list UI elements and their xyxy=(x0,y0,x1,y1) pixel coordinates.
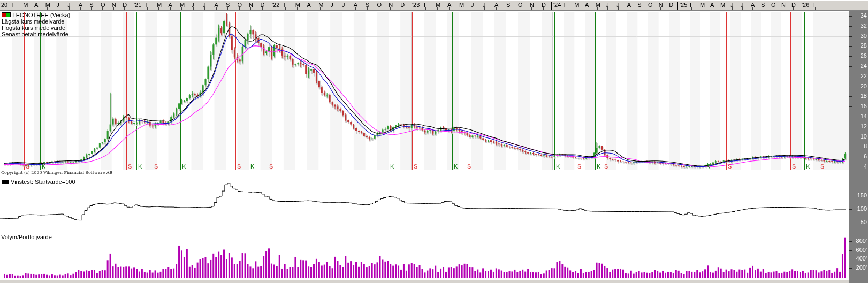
legend-item-highest-ma: Högsta kurs medelvärde xyxy=(2,25,70,31)
time-axis-month-label: M xyxy=(459,2,464,8)
price-tick-label: 34 xyxy=(853,12,867,19)
time-axis-month-label: A xyxy=(494,2,498,8)
time-axis-month-label: A xyxy=(751,2,755,8)
vinstest-tick-label: 50 xyxy=(853,219,867,225)
time-axis-month-label: N xyxy=(112,2,116,8)
time-axis-month-label: M xyxy=(720,2,725,8)
time-axis-month-label: M xyxy=(157,2,162,8)
price-tick-label: 8 xyxy=(853,143,867,149)
time-axis-month-label: M xyxy=(180,2,185,8)
buy-signal-letter: K xyxy=(597,163,600,170)
time-axis-month-label: M xyxy=(436,2,440,8)
volume-tick-label: 400' xyxy=(853,255,867,262)
sell-signal-letter: S xyxy=(414,163,417,170)
time-axis-month-label: F xyxy=(424,2,428,8)
price-tick-label: 12 xyxy=(853,123,867,129)
time-axis-month-label: F xyxy=(146,2,149,8)
time-axis-month-label: D xyxy=(261,2,265,8)
buy-signal-letter: K xyxy=(706,163,710,170)
time-axis-month-label: N xyxy=(389,2,393,8)
sell-signal-letter: S xyxy=(26,163,29,170)
time-axis-month-label: F xyxy=(690,2,694,8)
time-axis-year-label: '23 xyxy=(412,2,420,8)
sell-signal-letter: S xyxy=(269,163,273,170)
price-tick-label: 20 xyxy=(853,83,867,89)
instrument-title: TECNOTREE (Vecka) xyxy=(12,12,70,18)
time-axis-month-label: D xyxy=(400,2,405,8)
time-axis-month-label: M xyxy=(700,2,705,8)
buy-signal-letter: K xyxy=(182,163,186,170)
price-tick-label: 6 xyxy=(853,153,867,159)
time-axis-month-label: O xyxy=(518,2,523,8)
price-tick-label: 4 xyxy=(853,163,867,170)
time-axis-month-label: A xyxy=(169,2,172,8)
time-axis-month-label: M xyxy=(295,2,300,8)
time-axis-year-label: '24 xyxy=(553,2,561,8)
time-axis-year-label: '26 xyxy=(802,2,809,8)
legend-title-row: TECNOTREE (Vecka) xyxy=(2,12,70,18)
sell-signal-letter: S xyxy=(820,163,824,170)
volume-tick-label: 600' xyxy=(853,247,867,253)
time-axis-month-label: A xyxy=(34,2,38,8)
buy-signal-letter: K xyxy=(806,163,810,170)
candle-colors-icon xyxy=(2,12,11,18)
time-axis-month-label: J xyxy=(342,2,345,8)
time-axis-year-label: '22 xyxy=(272,2,279,8)
time-axis-month-label: J xyxy=(606,2,609,8)
time-axis-month-label: D xyxy=(669,2,673,8)
sell-signal-letter: S xyxy=(237,163,241,170)
vinstest-label-text: Vinstest: Startvärde=100 xyxy=(11,179,75,185)
volume-panel-label: Volym/Portföljvärde xyxy=(1,234,52,240)
vinstest-tick-label: 100 xyxy=(853,205,867,212)
time-axis-month-label: N xyxy=(530,2,534,8)
time-axis-month-label: A xyxy=(710,2,714,8)
buy-signal-letter: K xyxy=(42,163,45,170)
time-axis-month-label: O xyxy=(648,2,653,8)
sell-signal-letter: S xyxy=(728,163,732,170)
price-tick-label: 28 xyxy=(853,42,867,49)
time-axis-month-label: O xyxy=(101,2,105,8)
price-tick-label: 24 xyxy=(853,63,867,69)
sell-signal-letter: S xyxy=(577,163,581,170)
vinstest-tick-label: 150 xyxy=(853,192,867,198)
time-axis-month-label: S xyxy=(506,2,510,8)
time-axis-month-label: O xyxy=(238,2,242,8)
time-axis-month-label: J xyxy=(56,2,59,8)
sell-signal-letter: S xyxy=(154,163,158,170)
legend-item-last-ma: Senast betalt medelvärde xyxy=(2,31,70,37)
chart-canvas[interactable] xyxy=(0,0,868,283)
time-axis-month-label: N xyxy=(781,2,786,8)
volume-tick-label: 200' xyxy=(853,264,867,271)
time-axis-month-label: J xyxy=(616,2,620,8)
time-axis-month-label: J xyxy=(192,2,195,8)
time-axis-month-label: F xyxy=(12,2,16,8)
price-tick-label: 14 xyxy=(853,113,867,119)
time-axis-month-label: J xyxy=(330,2,333,8)
time-axis-month-label: D xyxy=(123,2,127,8)
time-axis-month-label: J xyxy=(67,2,71,8)
time-axis-month-label: J xyxy=(730,2,734,8)
vikingen-chart-window: 20FMAMJJASOND'21FMAMJJASOND'22FMAMJJASON… xyxy=(0,0,868,283)
copyright-text: Copyright (c) 2023 Vikingen Financial So… xyxy=(1,170,112,175)
time-axis-year-label: '21 xyxy=(134,2,141,8)
vinstest-panel-label: Vinstest: Startvärde=100 xyxy=(2,179,75,185)
legend-item-lowest-ma: Lägsta kurs medelvärde xyxy=(2,18,70,25)
volume-tick-label: 800' xyxy=(853,238,867,244)
vinstest-series-icon xyxy=(2,180,9,184)
time-axis-month-label: M xyxy=(318,2,323,8)
buy-signal-letter: K xyxy=(138,163,142,170)
time-axis-month-label: A xyxy=(307,2,311,8)
price-tick-label: 10 xyxy=(853,133,867,140)
time-axis-month-label: A xyxy=(447,2,451,8)
time-axis-month-label: D xyxy=(791,2,796,8)
time-axis-month-label: S xyxy=(89,2,93,8)
chart-legend: TECNOTREE (Vecka) Lägsta kurs medelvärde… xyxy=(2,12,70,37)
time-axis-month-label: O xyxy=(771,2,776,8)
volume-label-text: Volym/Portföljvärde xyxy=(1,234,52,240)
time-axis-year-label: '25 xyxy=(680,2,687,8)
time-axis-month-label: S xyxy=(637,2,641,8)
time-axis-month-label: A xyxy=(79,2,82,8)
time-axis-month-label: M xyxy=(596,2,600,8)
price-tick-label: 26 xyxy=(853,52,867,59)
buy-signal-letter: K xyxy=(250,163,254,170)
